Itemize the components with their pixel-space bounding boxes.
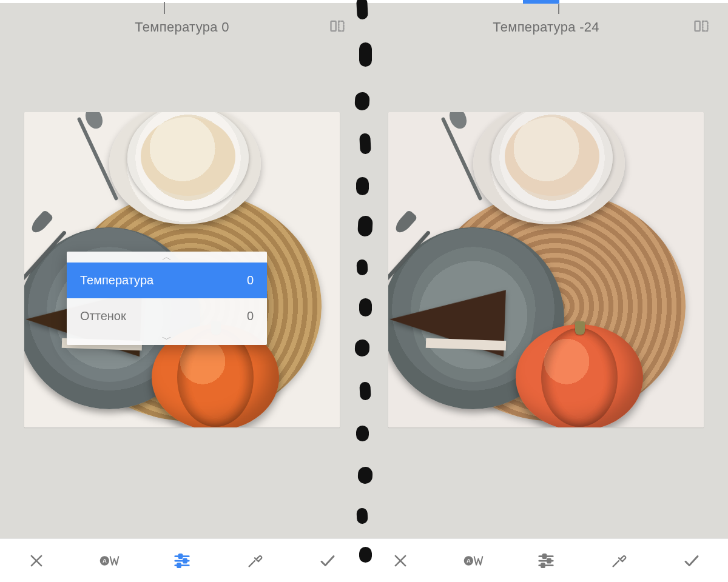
editor-panel-right: Температура -24 — [364, 0, 728, 582]
compare-icon[interactable] — [693, 18, 710, 37]
bottom-toolbar: A — [0, 538, 364, 582]
svg-rect-9 — [184, 558, 187, 562]
svg-rect-19 — [543, 554, 546, 558]
header: Температура 0 — [0, 3, 364, 52]
popup-row-temperature[interactable]: Температура 0 — [67, 263, 267, 298]
compare-icon[interactable] — [329, 18, 346, 37]
parameter-readout: Температура 0 — [135, 19, 229, 35]
svg-text:A: A — [467, 558, 471, 564]
svg-rect-23 — [542, 563, 545, 567]
auto-wb-button[interactable]: A — [461, 549, 485, 573]
sliders-button[interactable] — [534, 549, 558, 573]
popup-row-value: 0 — [247, 273, 254, 287]
parameter-popup[interactable]: ︿ Температура 0 Оттенок 0 ﹀ — [67, 252, 267, 345]
svg-rect-11 — [178, 563, 181, 567]
chevron-down-icon[interactable]: ﹀ — [67, 334, 267, 345]
photo-preview — [388, 112, 704, 427]
close-button[interactable] — [388, 549, 413, 573]
accept-button[interactable] — [315, 549, 340, 573]
svg-rect-7 — [179, 554, 182, 558]
popup-row-value: 0 — [247, 309, 254, 323]
svg-rect-12 — [695, 21, 700, 31]
popup-row-label: Температура — [80, 273, 153, 287]
eyedropper-button[interactable] — [607, 549, 631, 573]
popup-row-tint[interactable]: Оттенок 0 — [67, 298, 267, 334]
parameter-readout: Температура -24 — [493, 19, 599, 35]
sliders-button[interactable] — [170, 549, 194, 573]
close-button[interactable] — [24, 549, 49, 573]
accept-button[interactable] — [679, 549, 704, 573]
svg-rect-0 — [331, 21, 336, 31]
chevron-up-icon[interactable]: ︿ — [67, 252, 267, 263]
svg-text:A: A — [103, 558, 107, 564]
auto-wb-button[interactable]: A — [97, 549, 121, 573]
header: Температура -24 — [364, 3, 728, 52]
svg-rect-21 — [548, 558, 551, 562]
bottom-toolbar: A — [364, 538, 728, 582]
popup-row-label: Оттенок — [80, 309, 126, 323]
image-canvas[interactable] — [364, 112, 728, 427]
eyedropper-button[interactable] — [243, 549, 267, 573]
editor-panel-left: Температура 0 — [0, 0, 364, 582]
